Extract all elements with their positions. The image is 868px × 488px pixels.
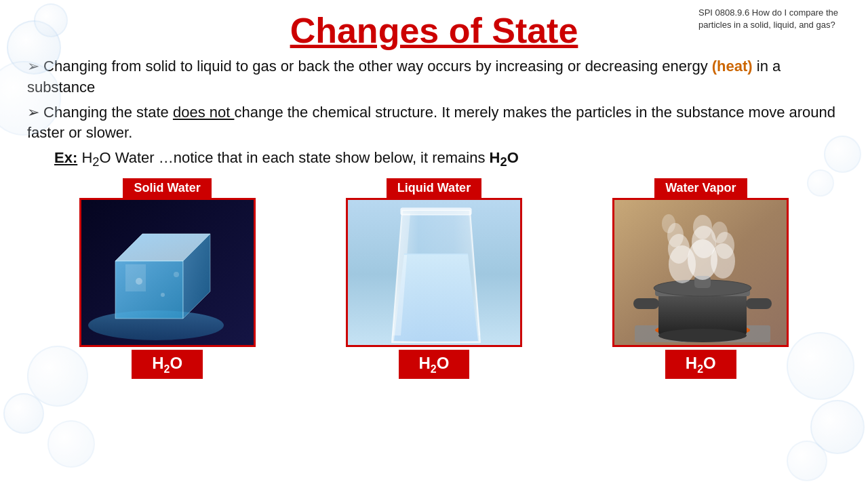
page-title: Changes of State bbox=[290, 10, 578, 51]
water-vapor-card: Water Vapor bbox=[606, 178, 795, 380]
steam-illustration bbox=[614, 200, 787, 345]
ex-label: Ex: bbox=[54, 149, 77, 166]
images-section: Solid Water bbox=[20, 178, 848, 380]
svg-point-7 bbox=[161, 293, 165, 297]
svg-point-6 bbox=[136, 278, 142, 285]
header-section: Changes of State SPI 0808.9.6 How do I c… bbox=[20, 7, 848, 51]
svg-marker-11 bbox=[394, 254, 478, 341]
water-vapor-label: Water Vapor bbox=[654, 178, 747, 198]
svg-rect-25 bbox=[746, 298, 772, 309]
svg-point-34 bbox=[662, 214, 675, 233]
content-section: ➢ Changing from solid to liquid to gas o… bbox=[20, 56, 848, 170]
water-vapor-formula: H2O bbox=[665, 350, 736, 380]
spi-note: SPI 0808.9.6 How do I compare the partic… bbox=[698, 7, 848, 31]
svg-point-35 bbox=[711, 222, 728, 243]
solid-water-label: Solid Water bbox=[123, 178, 211, 198]
steam-svg bbox=[614, 200, 787, 345]
liquid-water-image bbox=[346, 198, 522, 347]
svg-point-31 bbox=[693, 215, 712, 239]
water-vapor-image bbox=[612, 198, 789, 347]
glass-illustration bbox=[348, 200, 520, 345]
bullet-1: ➢ Changing from solid to liquid to gas o… bbox=[27, 56, 841, 98]
liquid-water-formula: H2O bbox=[399, 350, 470, 380]
ice-svg bbox=[81, 200, 254, 345]
liquid-water-label: Liquid Water bbox=[387, 178, 481, 198]
solid-water-card: Solid Water bbox=[73, 178, 262, 380]
bullet-2: ➢ Changing the state does not change the… bbox=[27, 102, 841, 144]
svg-point-20 bbox=[658, 329, 747, 342]
svg-point-8 bbox=[174, 272, 179, 277]
example-line: Ex: H2O Water …notice that in each state… bbox=[54, 149, 841, 169]
svg-rect-12 bbox=[401, 208, 471, 215]
page-container: Changes of State SPI 0808.9.6 How do I c… bbox=[0, 0, 868, 488]
solid-water-image bbox=[79, 198, 256, 347]
glass-svg bbox=[348, 200, 520, 345]
heat-word: (heat) bbox=[712, 58, 753, 75]
svg-marker-5 bbox=[125, 264, 146, 291]
ice-illustration bbox=[81, 200, 254, 345]
liquid-water-card: Liquid Water bbox=[339, 178, 529, 380]
solid-water-formula: H2O bbox=[132, 350, 203, 380]
does-not-text: does not bbox=[173, 104, 235, 121]
svg-rect-24 bbox=[633, 298, 659, 309]
